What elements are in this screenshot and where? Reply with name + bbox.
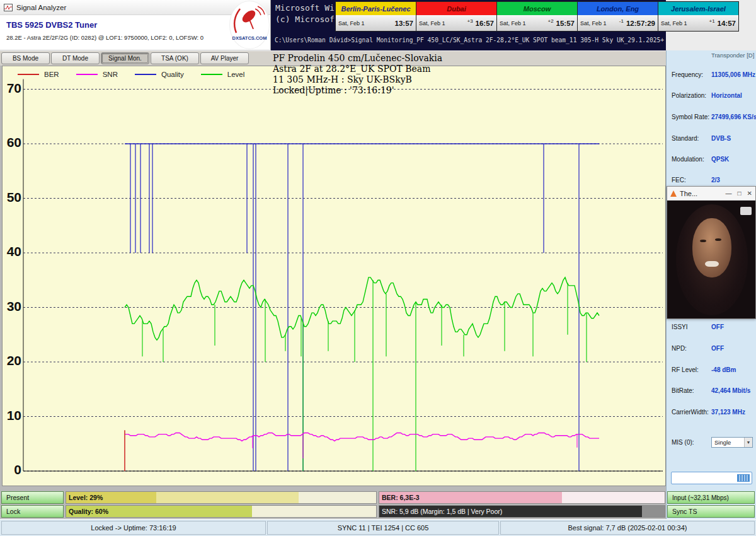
clock-time-row: Sat, Feb 1+215:57 [497, 15, 577, 31]
transponder-row-bitrate: BitRate:42,464 Mbit/s [672, 387, 755, 397]
signal-analyzer-app: Signal Analyzer TBS 5925 DVBS2 Tuner 28.… [0, 0, 756, 536]
toolbar-button-bs-mode[interactable]: BS Mode [1, 52, 50, 64]
transponder-row-modulation: Modulation:QPSK [672, 156, 755, 166]
legend-swatch [201, 74, 222, 75]
clock-time: 14:57 [718, 20, 736, 27]
video-frame[interactable] [667, 201, 755, 318]
ber-bar: BER: 6,3E-3 [379, 491, 665, 504]
toolbar-button-av-player[interactable]: AV Player [200, 52, 249, 64]
snr-label: SNR: 5,9 dB (Margin: 1,5 dB | Very Poor) [382, 508, 502, 515]
clock-utc-offset: -1 [619, 18, 624, 24]
transponder-value: 11305,006 MHz [711, 71, 755, 78]
lock-label: Lock [6, 508, 20, 515]
clock-london-eng: London, EngSat, Feb 1-112:57:29 [577, 1, 658, 32]
y-axis-label: 30 [4, 299, 21, 314]
transponder-row-carrierwidth: CarrierWidth:37,123 MHz [672, 409, 755, 419]
annotation-line: Astra 2F at 28.2°E_UK SPOT Beam [273, 64, 442, 74]
minimize-icon[interactable]: — [726, 190, 732, 197]
input-label: Input (~32,31 Mbps) [672, 494, 729, 501]
legend-swatch [18, 74, 39, 75]
transponder-label: Standard: [672, 135, 699, 142]
legend-swatch [135, 74, 156, 75]
legend-item-ber: BER [18, 71, 59, 78]
clock-date: Sat, Feb 1 [661, 20, 687, 26]
transponder-label: NPD: [672, 345, 687, 352]
y-axis-label: 0 [4, 462, 21, 477]
console-line: (c) Microsoft [275, 15, 340, 24]
clock-time: 15:57 [556, 20, 575, 27]
video-subject-smile [705, 261, 719, 267]
clock-utc-offset: +1 [709, 18, 714, 24]
present-indicator: Present [1, 491, 64, 504]
y-axis-label: 10 [4, 408, 21, 423]
toolbar-button-signal-mon[interactable]: Signal Mon. [101, 52, 149, 64]
legend-item-quality: Quality [135, 71, 184, 78]
video-title: The... [680, 190, 697, 197]
status-bar: Locked -> Uptime: 73:16:19 SYNC 11 | TEI… [0, 519, 756, 536]
toolbar-button-tsa-ok[interactable]: TSA (OK) [151, 52, 199, 64]
clock-time-row: Sat, Feb 1+316:57 [416, 15, 496, 31]
dxsatcs-logo: DXSATCS.COM [229, 1, 270, 49]
console-command-line: C:\Users\Roman Dávid>Signal Monitoring_P… [275, 37, 664, 44]
transponder-row-frequency: Frequency:11305,006 MHz [672, 71, 755, 81]
clock-utc-offset: +2 [547, 18, 553, 24]
video-subject-face [692, 218, 731, 277]
level-bar: Level: 29% [66, 491, 377, 504]
clock-date: Sat, Feb 1 [500, 20, 526, 26]
input-indicator: Input (~32,31 Mbps) [667, 491, 755, 504]
y-axis-label: 50 [4, 190, 21, 205]
y-axis-label: 70 [4, 81, 21, 96]
maximize-icon[interactable]: □ [738, 190, 742, 197]
lock-indicator: Lock [1, 505, 64, 518]
clock-city-label: London, Eng [578, 2, 658, 15]
transponder-title: Transponder [D] [711, 52, 755, 59]
clock-date: Sat, Feb 1 [580, 20, 607, 26]
toolbar-button-dt-mode[interactable]: DT Mode [51, 52, 100, 64]
transponder-label: CarrierWidth: [672, 409, 709, 416]
clock-time: 16:57 [476, 20, 494, 27]
transponder-label: MIS (0): [672, 439, 694, 446]
clock-time-row: Sat, Feb 1+114:57 [658, 15, 738, 31]
chart-legend: BERSNRQualityLevel [18, 71, 244, 78]
level-label: Level: 29% [69, 494, 103, 501]
video-subject-eye [715, 238, 721, 241]
y-axis-label: 40 [4, 244, 21, 259]
transponder-value: 42,464 Mbit/s [711, 387, 750, 394]
app-icon [4, 4, 13, 11]
transponder-label: FEC: [672, 177, 686, 184]
legend-item-snr: SNR [76, 71, 118, 78]
legend-swatch [76, 74, 98, 75]
quality-bar: Quality: 60% [66, 505, 377, 518]
transponder-value: QPSK [711, 156, 729, 163]
snr-bar: SNR: 5,9 dB (Margin: 1,5 dB | Very Poor) [379, 505, 665, 518]
chevron-down-icon[interactable]: ▼ [744, 438, 752, 447]
legend-item-level: Level [201, 71, 245, 78]
progress-thumb[interactable] [737, 474, 750, 482]
transponder-row-issyi: ISSYIOFF [672, 323, 755, 334]
panel-progress-box[interactable] [671, 472, 752, 484]
chart-annotation: PF Prodelin 450 cm/Lučenec-Slovakia Astr… [273, 53, 442, 96]
legend-label: Level [227, 71, 245, 78]
video-player-window: The... — □ ✕ [667, 186, 756, 319]
mis-select[interactable]: Single▼ [711, 437, 753, 448]
quality-label: Quality: 60% [69, 508, 108, 515]
video-window-controls: — □ ✕ [726, 190, 752, 197]
clock-date: Sat, Feb 1 [338, 20, 365, 26]
clock-utc-offset: +3 [467, 18, 472, 24]
clock-time-row: Sat, Feb 1-112:57:29 [578, 15, 658, 31]
clock-time: 12:57:29 [626, 20, 655, 27]
clock-jerusalem-israel: Jerusalem-IsraelSat, Feb 1+114:57 [658, 1, 739, 32]
video-title-bar[interactable]: The... — □ ✕ [667, 187, 755, 201]
sync-ts-label: Sync TS [672, 508, 697, 515]
transponder-label: BitRate: [672, 387, 694, 394]
satellite-dish-icon [230, 1, 269, 37]
y-axis-label: 20 [4, 353, 21, 368]
clock-city-label: Moscow [497, 2, 577, 15]
statusbar-uptime: Locked -> Uptime: 73:16:19 [1, 521, 266, 535]
transponder-row-npd: NPD:OFF [672, 345, 755, 355]
clock-time: 13:57 [395, 20, 413, 27]
y-axis-label: 60 [4, 135, 21, 150]
clock-date: Sat, Feb 1 [419, 20, 445, 26]
close-icon[interactable]: ✕ [747, 190, 752, 197]
transponder-label: Symbol Rate: [672, 114, 709, 120]
